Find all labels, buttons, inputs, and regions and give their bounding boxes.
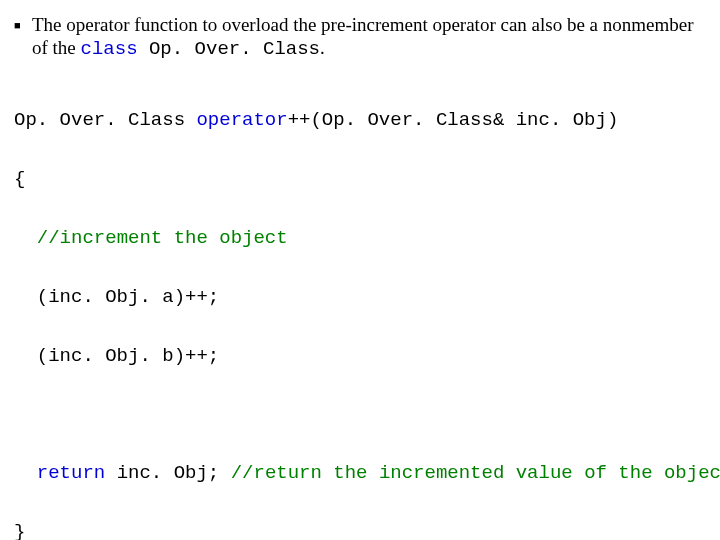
code-indent — [14, 227, 37, 249]
comment: //return the incremented value of the ob… — [231, 462, 720, 484]
period: . — [320, 37, 325, 58]
code-line-6: return inc. Obj; //return the incremente… — [14, 459, 712, 488]
code-indent — [14, 462, 37, 484]
code-line-5: (inc. Obj. b)++; — [14, 342, 712, 371]
code-blank-line — [14, 400, 712, 429]
bullet-glyph: ■ — [14, 14, 32, 61]
code-line-3: //increment the object — [14, 224, 712, 253]
code-line-2: { — [14, 165, 712, 194]
code-text: inc. Obj; — [117, 462, 231, 484]
code-block: Op. Over. Class operator++(Op. Over. Cla… — [14, 77, 712, 540]
keyword-return: return — [37, 462, 117, 484]
code-text: ++(Op. Over. Class& inc. Obj) — [288, 109, 619, 131]
keyword-class: class — [81, 38, 138, 60]
code-line-4: (inc. Obj. a)++; — [14, 283, 712, 312]
code-line-1: Op. Over. Class operator++(Op. Over. Cla… — [14, 106, 712, 135]
code-line-7: } — [14, 518, 712, 540]
bullet-item: ■ The operator function to overload the … — [14, 14, 712, 61]
class-name: Op. Over. Class — [138, 38, 320, 60]
code-text: Op. Over. Class — [14, 109, 196, 131]
bullet-text: The operator function to overload the pr… — [32, 14, 712, 61]
comment: //increment the object — [37, 227, 288, 249]
keyword-operator: operator — [196, 109, 287, 131]
